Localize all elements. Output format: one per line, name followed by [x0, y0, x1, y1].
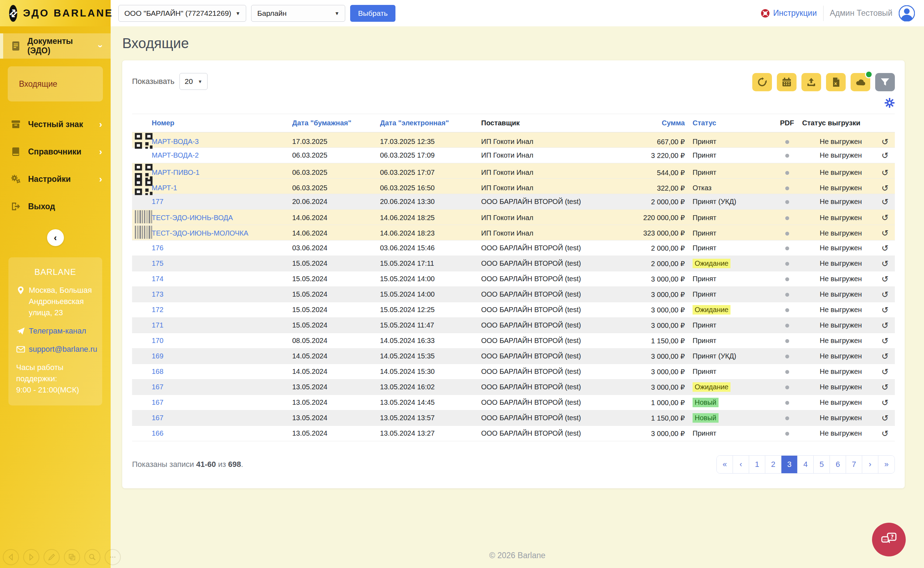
copy-icon[interactable] [64, 549, 80, 565]
logo[interactable]: ⇄ ЭДО BARLANE [0, 0, 110, 26]
document-link[interactable]: МАРТ-ВОДА-2 [152, 151, 199, 159]
reload-icon[interactable]: ↺ [882, 151, 889, 160]
document-link[interactable]: 174 [152, 275, 163, 282]
document-link[interactable]: МАРТ-ПИВО-1 [152, 169, 200, 176]
gears-icon [11, 174, 21, 184]
unload-status-cell: Не выгружен↺ [802, 137, 895, 146]
document-link[interactable]: 169 [152, 352, 163, 360]
document-link[interactable]: МАРТ-ВОДА-3 [152, 137, 199, 145]
page-size-select[interactable]: 20 ▼ [180, 73, 207, 90]
search-icon[interactable] [84, 549, 100, 565]
reload-icon[interactable]: ↺ [882, 383, 889, 391]
date-electronic-cell: 03.06.2024 15:46 [372, 244, 473, 252]
reload-icon[interactable]: ↺ [882, 260, 889, 268]
document-link[interactable]: ТЕСТ-ЭДО-ИЮНЬ-МОЛОЧКА [152, 229, 248, 237]
more-icon[interactable] [105, 549, 121, 565]
reload-icon[interactable]: ↺ [882, 275, 889, 283]
document-link[interactable]: МАРТ-1 [152, 184, 177, 192]
column-header-1[interactable]: Номер [152, 119, 284, 127]
page-button-4[interactable]: 4 [798, 456, 814, 473]
document-link[interactable]: 172 [152, 306, 163, 313]
page-button-6[interactable]: 6 [830, 456, 846, 473]
company-dropdown[interactable]: ООО "БАРЛАЙН" (7727421269) ▼ [118, 5, 246, 22]
sidebar-section-documents-edo[interactable]: Документы (ЭДО) › [0, 33, 110, 59]
reload-icon[interactable]: ↺ [882, 169, 889, 177]
document-link[interactable]: 167 [152, 414, 163, 421]
unload-status-cell: Не выгружен↺ [802, 244, 895, 252]
document-number-cell: 174 [152, 275, 284, 283]
document-link[interactable]: 176 [152, 244, 163, 252]
reload-icon[interactable]: ↺ [882, 429, 889, 438]
lifebuoy-icon [761, 9, 770, 18]
back-icon[interactable] [3, 549, 19, 565]
upload-button[interactable] [802, 73, 821, 91]
support-telegram[interactable]: Телеграм-канал [16, 325, 94, 337]
reload-icon[interactable]: ↺ [882, 184, 889, 192]
column-header-3[interactable]: Дата "электронная" [372, 119, 473, 127]
page-button-7[interactable]: 7 [846, 456, 862, 473]
date-paper-cell: 15.05.2024 [284, 290, 372, 298]
document-link[interactable]: 167 [152, 383, 163, 391]
reload-icon[interactable]: ↺ [882, 337, 889, 345]
document-link[interactable]: 170 [152, 337, 163, 344]
status-cell: Принят [688, 169, 772, 177]
excel-button[interactable]: x [826, 73, 846, 91]
table-settings-gear-icon[interactable] [884, 98, 895, 108]
document-link[interactable]: 166 [152, 429, 163, 437]
prev-page-button[interactable]: ‹ [733, 456, 749, 473]
forward-icon[interactable] [23, 549, 39, 565]
reload-icon[interactable]: ↺ [882, 306, 889, 314]
reload-icon[interactable]: ↺ [882, 244, 889, 252]
reload-icon[interactable]: ↺ [882, 399, 889, 407]
organization-select[interactable]: Барлайн ▼ [251, 5, 345, 22]
document-link[interactable]: 175 [152, 260, 163, 267]
cloud-button[interactable] [851, 73, 870, 91]
table-row: 17415.05.202415.05.2024 14:00ООО БАРЛАЙН… [132, 271, 895, 287]
reload-icon[interactable]: ↺ [882, 367, 889, 376]
reload-icon[interactable]: ↺ [882, 137, 889, 146]
page-button-3[interactable]: 3 [782, 456, 798, 473]
filter-icon [880, 77, 890, 87]
document-link[interactable]: 167 [152, 399, 163, 406]
sidebar-collapse-button[interactable]: ‹ [47, 229, 64, 246]
reload-icon[interactable]: ↺ [882, 414, 889, 422]
document-link[interactable]: 177 [152, 198, 163, 205]
last-page-button[interactable]: » [878, 456, 894, 473]
reload-icon[interactable]: ↺ [882, 321, 889, 329]
page-button-1[interactable]: 1 [749, 456, 765, 473]
reload-icon[interactable]: ↺ [882, 290, 889, 299]
sidebar-section-label: Документы (ЭДО) [27, 36, 93, 56]
sidebar-item-incoming[interactable]: Входящие [8, 66, 103, 101]
document-link[interactable]: 168 [152, 367, 163, 375]
document-link[interactable]: 173 [152, 290, 163, 298]
reload-icon[interactable]: ↺ [882, 229, 889, 237]
support-chat-button[interactable]: ? .. [872, 523, 906, 556]
reload-icon[interactable]: ↺ [882, 198, 889, 206]
refresh-button[interactable] [752, 73, 772, 91]
column-header-2[interactable]: Дата "бумажная" [284, 119, 372, 127]
sidebar-item-book[interactable]: Справочники› [0, 138, 110, 165]
calendar-button[interactable] [777, 73, 797, 91]
support-email[interactable]: support@barlane.ru [16, 344, 94, 355]
column-header-6[interactable]: Статус [688, 119, 772, 127]
sidebar-item-box[interactable]: Честный знак› [0, 110, 110, 138]
page-button-5[interactable]: 5 [814, 456, 830, 473]
document-number-cell: 176 [152, 244, 284, 252]
pencil-icon[interactable] [44, 549, 60, 565]
reload-icon[interactable]: ↺ [882, 352, 889, 361]
active-stripe [0, 33, 3, 59]
instructions-link[interactable]: Инструкции [761, 8, 817, 18]
user-avatar[interactable] [899, 5, 915, 21]
select-button[interactable]: Выбрать [350, 5, 395, 22]
filter-button[interactable] [875, 73, 895, 91]
sidebar-item-logout[interactable]: Выход [0, 193, 110, 220]
page-button-2[interactable]: 2 [765, 456, 782, 473]
reload-icon[interactable]: ↺ [882, 213, 889, 222]
first-page-button[interactable]: « [717, 456, 733, 473]
sidebar-item-gears[interactable]: Настройки› [0, 165, 110, 193]
document-link[interactable]: ТЕСТ-ЭДО-ИЮНЬ-ВОДА [152, 214, 233, 222]
status-cell: Принят [688, 229, 772, 237]
document-link[interactable]: 171 [152, 321, 163, 329]
column-header-5[interactable]: Сумма [621, 119, 688, 127]
next-page-button[interactable]: › [862, 456, 878, 473]
